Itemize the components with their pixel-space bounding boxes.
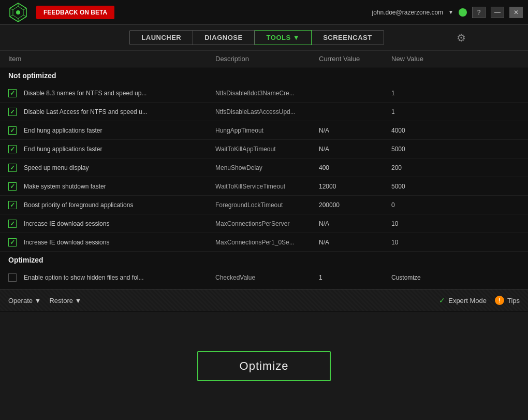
section-optimized: Optimized	[0, 252, 528, 268]
table-row: Make system shutdown faster WaitToKillSe…	[0, 177, 528, 196]
col-new-value: New Value	[391, 55, 464, 63]
row-current: 200000	[319, 201, 391, 209]
table-row: Speed up menu display MenuShowDelay 400 …	[0, 158, 528, 177]
row-desc: ForegroundLockTimeout	[215, 201, 319, 209]
section-not-optimized: Not optimized	[0, 67, 528, 84]
nav-bar: LAUNCHER DIAGNOSE TOOLS ▼ SCREENCAST ⚙	[0, 25, 528, 51]
expert-mode-check-icon: ✓	[439, 296, 445, 305]
tips-icon: !	[495, 296, 504, 305]
row-desc: MaxConnectionsPerServer	[215, 220, 319, 227]
tab-tools[interactable]: TOOLS ▼	[255, 30, 312, 45]
row-checkbox[interactable]	[8, 108, 17, 116]
row-item: Disable Last Access for NTFS and speed u…	[24, 108, 215, 115]
table-row: End hung applications faster WaitToKillA…	[0, 140, 528, 158]
row-new-val: 10	[391, 220, 464, 227]
row-item: End hung applications faster	[24, 127, 215, 134]
row-current: N/A	[319, 146, 391, 153]
row-current: 12000	[319, 183, 391, 190]
expert-mode-label: Expert Mode	[448, 297, 487, 305]
user-email: john.doe@razerzone.com	[372, 9, 444, 16]
row-desc: NtfsDisable8dot3NameCre...	[215, 90, 319, 97]
row-new-val: 5000	[391, 146, 464, 153]
table-area: Item Description Current Value New Value…	[0, 51, 528, 289]
status-dot	[459, 8, 467, 17]
tab-diagnose[interactable]: DIAGNOSE	[193, 30, 254, 45]
row-desc: MenuShowDelay	[215, 164, 319, 171]
nav-tabs-group: LAUNCHER DIAGNOSE TOOLS ▼ SCREENCAST	[57, 30, 457, 45]
col-current-value: Current Value	[319, 55, 391, 63]
toolbar-right: ✓ Expert Mode ! Tips	[439, 296, 520, 305]
row-new-val: 200	[391, 164, 464, 171]
table-row: Disable Last Access for NTFS and speed u…	[0, 103, 528, 121]
row-current: 400	[319, 164, 391, 171]
row-desc: HungAppTimeout	[215, 127, 319, 134]
bottom-toolbar: Operate ▼ Restore ▼ ✓ Expert Mode ! Tips	[0, 289, 528, 312]
row-checkbox[interactable]	[8, 238, 17, 247]
row-current: 1	[319, 274, 391, 281]
title-bar-right: john.doe@razerzone.com ▼ ? — ✕	[372, 7, 523, 18]
row-new-val: 10	[391, 239, 464, 246]
col-description: Description	[215, 55, 319, 63]
row-checkbox[interactable]	[8, 201, 17, 209]
table-row: Disable 8.3 names for NTFS and speed up.…	[0, 84, 528, 103]
row-item: Speed up menu display	[24, 164, 215, 171]
tab-screencast[interactable]: SCREENCAST	[312, 30, 384, 45]
minimize-button[interactable]: —	[491, 7, 504, 18]
row-item: Make system shutdown faster	[24, 183, 215, 190]
table-header: Item Description Current Value New Value	[0, 51, 528, 67]
table-row: Enable option to show hidden files and f…	[0, 268, 528, 285]
tab-launcher[interactable]: LAUNCHER	[129, 30, 193, 45]
optimize-area: Optimize	[0, 312, 528, 420]
row-item: Increase IE download sessions	[24, 220, 215, 227]
row-item: Increase IE download sessions	[24, 239, 215, 246]
row-new-val: 5000	[391, 183, 464, 190]
row-item: End hung applications faster	[24, 146, 215, 153]
table-content: Not optimized Disable 8.3 names for NTFS…	[0, 67, 528, 285]
row-new-val: 4000	[391, 127, 464, 134]
col-item: Item	[8, 55, 215, 63]
row-current: N/A	[319, 239, 391, 246]
row-checkbox[interactable]	[8, 164, 17, 172]
row-desc: MaxConnectionsPer1_0Se...	[215, 239, 319, 246]
row-new-val: 1	[391, 90, 464, 97]
expert-mode-toggle[interactable]: ✓ Expert Mode	[439, 296, 487, 305]
row-desc: WaitToKillServiceTimeout	[215, 183, 319, 190]
row-checkbox[interactable]	[8, 273, 17, 282]
email-dropdown-icon[interactable]: ▼	[448, 9, 453, 15]
row-checkbox[interactable]	[8, 89, 17, 97]
row-desc: CheckedValue	[215, 274, 319, 281]
row-current: N/A	[319, 220, 391, 227]
row-checkbox[interactable]	[8, 182, 17, 191]
row-item: Disable 8.3 names for NTFS and speed up.…	[24, 90, 215, 97]
svg-point-0	[16, 10, 20, 15]
help-button[interactable]: ?	[472, 7, 486, 18]
razer-logo	[5, 1, 31, 24]
optimize-button[interactable]: Optimize	[197, 351, 331, 381]
row-new-val: 0	[391, 201, 464, 209]
row-item: Enable option to show hidden files and f…	[24, 274, 215, 281]
tips-label: Tips	[507, 297, 520, 305]
row-desc: NtfsDisableLastAccessUpd...	[215, 108, 319, 115]
row-current: N/A	[319, 127, 391, 134]
table-row: Increase IE download sessions MaxConnect…	[0, 233, 528, 252]
row-item: Boost priority of foreground application…	[24, 201, 215, 209]
title-bar: FEEDBACK ON BETA john.doe@razerzone.com …	[0, 0, 528, 25]
row-checkbox[interactable]	[8, 126, 17, 135]
table-row: Boost priority of foreground application…	[0, 196, 528, 214]
feedback-button[interactable]: FEEDBACK ON BETA	[36, 6, 114, 19]
table-row: Increase IE download sessions MaxConnect…	[0, 214, 528, 233]
row-new-val: Customize	[391, 274, 464, 281]
settings-icon[interactable]: ⚙	[457, 32, 466, 44]
row-desc: WaitToKillAppTimeout	[215, 146, 319, 153]
row-new-val: 1	[391, 108, 464, 115]
tips-button[interactable]: ! Tips	[495, 296, 520, 305]
row-checkbox[interactable]	[8, 220, 17, 228]
row-checkbox[interactable]	[8, 145, 17, 153]
close-button[interactable]: ✕	[509, 7, 523, 18]
operate-button[interactable]: Operate ▼	[8, 297, 41, 305]
restore-button[interactable]: Restore ▼	[49, 297, 81, 305]
table-row: End hung applications faster HungAppTime…	[0, 121, 528, 140]
